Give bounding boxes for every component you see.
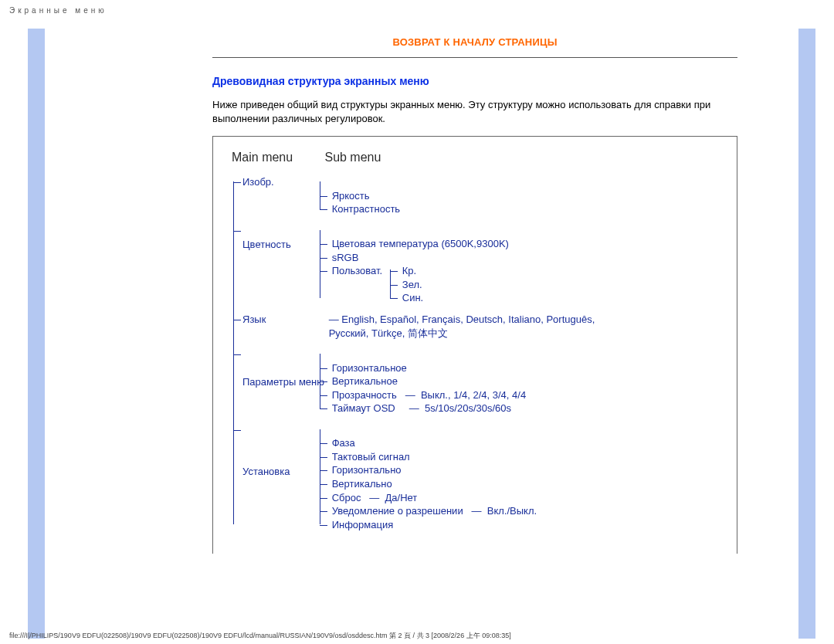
menu-tree: Изобр. Яркость Контрастность Цветность	[232, 175, 723, 531]
back-to-top-link[interactable]: ВОЗВРАТ К НАЧАЛУ СТРАНИЦЫ	[392, 36, 557, 48]
page-footer-path: file:///I|/PHILIPS/190V9 EDFU(022508)/19…	[9, 631, 511, 641]
back-to-top-row: ВОЗВРАТ К НАЧАЛУ СТРАНИЦЫ	[212, 36, 737, 48]
sub-menu-header: Sub menu	[324, 151, 381, 164]
menu-setup-label: Установка	[242, 423, 326, 479]
language-options: English, Español, Français, Deutsch, Ita…	[329, 314, 595, 339]
tree-diagram: Main menu Sub menu Изобр. Яркость Контра…	[212, 136, 737, 554]
page-body: ВОЗВРАТ К НАЧАЛУ СТРАНИЦЫ Древовидная ст…	[0, 15, 834, 625]
left-accent-bar	[28, 29, 45, 639]
tree-column-headers: Main menu Sub menu	[232, 151, 723, 164]
menu-color: Цветность Цветовая температура (6500K,93…	[242, 224, 723, 305]
content-column: ВОЗВРАТ К НАЧАЛУ СТРАНИЦЫ Древовидная ст…	[212, 29, 737, 554]
menu-image: Изобр. Яркость Контрастность	[242, 175, 723, 216]
setup-phase: Фаза	[329, 436, 537, 450]
menu-color-label: Цветность	[242, 224, 326, 252]
user-green: Зел.	[399, 278, 423, 292]
setup-horizontal: Горизонтально	[329, 463, 537, 477]
menu-language-label: Язык	[242, 313, 326, 327]
right-accent-bar	[798, 29, 815, 639]
color-user: Пользоват. Кр. Зел. Син.	[329, 264, 509, 305]
osd-horizontal: Горизонтальное	[329, 361, 527, 375]
menu-language: Язык English, Español, Français, Deutsch…	[242, 313, 723, 340]
setup-info: Информация	[329, 518, 537, 532]
osd-timeout: Таймаут OSD — 5s/10s/20s/30s/60s	[329, 402, 527, 415]
setup-vertical: Вертикально	[329, 477, 537, 491]
color-temp: Цветовая температура (6500K,9300K)	[329, 237, 509, 251]
setup-resnotice: Уведомление о разрешении — Вкл./Выкл.	[329, 504, 537, 518]
osd-timeout-options: 5s/10s/20s/30s/60s	[425, 402, 511, 414]
main-menu-header: Main menu	[232, 151, 301, 164]
section-description: Ниже приведен общий вид структуры экранн…	[212, 98, 737, 125]
color-user-label: Пользоват.	[332, 265, 383, 276]
document-header: Экранные меню	[0, 0, 834, 15]
menu-setup: Установка Фаза Тактовый сигнал Горизонта…	[242, 423, 723, 531]
setup-resnotice-options: Вкл./Выкл.	[487, 505, 537, 517]
user-red: Кр.	[399, 264, 423, 278]
menu-image-label: Изобр.	[242, 175, 326, 189]
menu-osd-label: Параметры меню	[242, 347, 326, 389]
menu-osd: Параметры меню Горизонтальное Вертикальн…	[242, 347, 723, 415]
image-contrast: Контрастность	[329, 202, 401, 216]
image-brightness: Яркость	[329, 189, 401, 203]
divider	[212, 57, 737, 58]
setup-reset-options: Да/Нет	[385, 492, 417, 503]
osd-transparency: Прозрачность — Выкл., 1/4, 2/4, 3/4, 4/4	[329, 388, 527, 402]
user-blue: Син.	[399, 291, 423, 305]
setup-reset: Сброс — Да/Нет	[329, 491, 537, 505]
section-title: Древовидная структура экранных меню	[212, 75, 737, 87]
setup-clock: Тактовый сигнал	[329, 450, 537, 464]
osd-vertical: Вертикальное	[329, 375, 527, 388]
color-srgb: sRGB	[329, 251, 509, 265]
osd-transparency-options: Выкл., 1/4, 2/4, 3/4, 4/4	[421, 389, 526, 401]
